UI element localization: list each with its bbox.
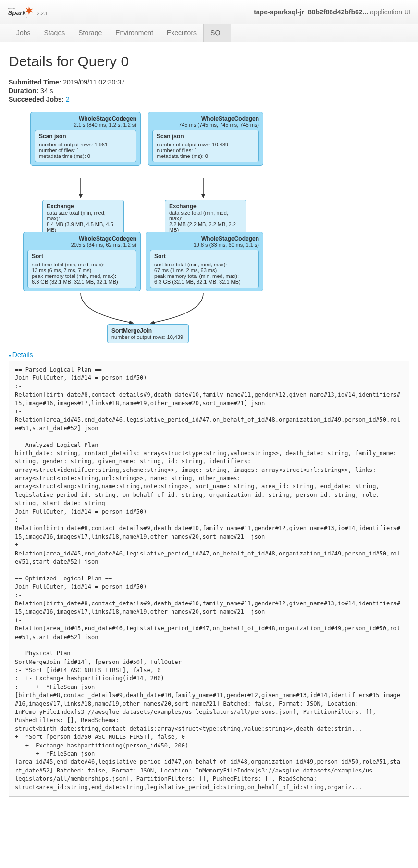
- dag-node-wsc-sort-right[interactable]: WholeStageCodegen 19.8 s (33 ms, 60 ms, …: [146, 232, 263, 291]
- dag-node-sort-left: Sort sort time total (min, med, max): 13…: [27, 250, 136, 288]
- spark-logo-icon: Spar k APACHE ™: [7, 5, 36, 19]
- meta-submitted: Submitted Time: 2019/09/11 02:30:37: [9, 78, 409, 86]
- tab-jobs[interactable]: Jobs: [10, 24, 37, 42]
- dag-node-exchange-right[interactable]: Exchange data size total (min, med, max)…: [165, 200, 246, 236]
- dag-node-wsc-scan-right[interactable]: WholeStageCodegen 745 ms (745 ms, 745 ms…: [148, 112, 263, 166]
- tab-environment[interactable]: Environment: [109, 24, 160, 42]
- meta-duration: Duration: 34 s: [9, 87, 409, 95]
- dag-node-wsc-sort-left[interactable]: WholeStageCodegen 20.5 s (34 ms, 62 ms, …: [23, 232, 141, 291]
- dag-node-exchange-left[interactable]: Exchange data size total (min, med, max)…: [42, 200, 124, 236]
- svg-text:APACHE: APACHE: [8, 8, 16, 10]
- app-name: tape-sparksql-jr_80b2f86d42bfb62...: [254, 8, 368, 16]
- svg-text:k: k: [23, 9, 27, 16]
- svg-text:Spar: Spar: [8, 9, 23, 16]
- tab-storage[interactable]: Storage: [72, 24, 109, 42]
- page-title: Details for Query 0: [9, 53, 409, 70]
- main-container: Details for Query 0 Submitted Time: 2019…: [0, 42, 418, 804]
- app-title: tape-sparksql-jr_80b2f86d42bfb62... appl…: [254, 8, 411, 16]
- tab-executors[interactable]: Executors: [160, 24, 203, 42]
- dag-node-wsc-scan-left[interactable]: WholeStageCodegen 2.1 s (840 ms, 1.2 s, …: [30, 112, 141, 166]
- meta-succeeded: Succeeded Jobs: 2: [9, 96, 409, 103]
- plan-text: == Parsed Logical Plan == Join FullOuter…: [9, 361, 409, 797]
- brand[interactable]: Spar k APACHE ™ 2.2.1: [7, 5, 48, 19]
- dag-node-scan-right: Scan json number of output rows: 10,439 …: [152, 130, 259, 162]
- tab-sql[interactable]: SQL: [203, 24, 231, 42]
- tab-stages[interactable]: Stages: [37, 24, 72, 42]
- dag-node-scan-left: Scan json number of output rows: 1,961 n…: [35, 130, 136, 162]
- query-meta: Submitted Time: 2019/09/11 02:30:37 Dura…: [9, 78, 409, 103]
- succeeded-jobs-link[interactable]: 2: [66, 96, 70, 103]
- spark-version: 2.2.1: [37, 11, 48, 16]
- details-toggle[interactable]: Details: [9, 351, 409, 359]
- dag-visualization: WholeStageCodegen 2.1 s (840 ms, 1.2 s, …: [23, 112, 409, 347]
- dag-node-sortmergejoin[interactable]: SortMergeJoin number of output rows: 10,…: [107, 324, 189, 343]
- svg-text:™: ™: [26, 17, 28, 19]
- dag-node-sort-right: Sort sort time total (min, med, max): 67…: [150, 250, 259, 288]
- top-navbar: Spar k APACHE ™ 2.2.1 tape-sparksql-jr_8…: [0, 0, 418, 24]
- nav-tabs: Jobs Stages Storage Environment Executor…: [0, 24, 418, 42]
